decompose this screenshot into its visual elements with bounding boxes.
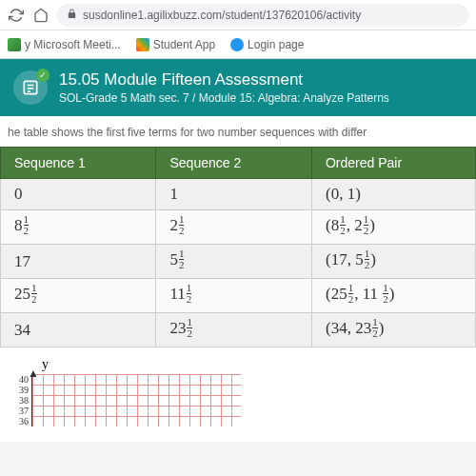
cell: (812, 212) — [311, 210, 475, 245]
bookmark-icon — [230, 38, 244, 51]
question-prompt: he table shows the first five terms for … — [0, 122, 476, 143]
header-text: 15.05 Module Fifteen Assessment SOL-Grad… — [59, 70, 389, 105]
cell: 2312 — [156, 313, 311, 347]
cell: (34, 2312) — [311, 313, 475, 347]
browser-toolbar: susdonline1.agilixbuzz.com/student/13762… — [0, 0, 476, 30]
table-header-row: Sequence 1 Sequence 2 Ordered Pair — [1, 148, 476, 179]
cell: 1 — [156, 179, 311, 210]
bookmark-icon — [8, 38, 21, 51]
bookmark-meeting[interactable]: y Microsoft Meeti... — [8, 38, 121, 51]
col-header-pair: Ordered Pair — [311, 148, 475, 179]
table-row: 34 2312 (34, 2312) — [1, 313, 476, 347]
y-axis-label: y — [42, 357, 457, 372]
cell: (2512, 11 12) — [311, 279, 475, 313]
cell: (0, 1) — [311, 179, 475, 210]
graph: 40 39 38 37 36 ▲ — [19, 374, 457, 426]
table-row: 812 212 (812, 212) — [1, 210, 476, 245]
bookmark-login[interactable]: Login page — [230, 38, 304, 51]
tick-label: 36 — [19, 416, 29, 426]
cell: 512 — [156, 245, 311, 279]
bookmark-icon — [136, 38, 149, 51]
bookmark-student-app[interactable]: Student App — [136, 38, 215, 51]
cell: (17, 512) — [311, 245, 475, 279]
arrow-up-icon: ▲ — [28, 367, 39, 380]
page-title: 15.05 Module Fifteen Assessment — [59, 70, 389, 89]
content-area: he table shows the first five terms for … — [0, 116, 476, 442]
bookmark-label: Login page — [248, 38, 304, 51]
cell: 1112 — [156, 279, 311, 313]
bookmark-label: Student App — [153, 38, 215, 51]
home-icon[interactable] — [32, 7, 50, 24]
check-badge-icon: ✓ — [36, 69, 50, 82]
assessment-header: ✓ 15.05 Module Fifteen Assessment SOL-Gr… — [0, 59, 476, 116]
cell: 34 — [1, 313, 156, 347]
cell: 0 — [1, 179, 156, 210]
cell: 17 — [1, 245, 156, 279]
tick-label: 37 — [19, 406, 29, 416]
col-header-seq2: Sequence 2 — [156, 148, 311, 179]
col-header-seq1: Sequence 1 — [1, 148, 156, 179]
y-axis-ticks: 40 39 38 37 36 — [19, 374, 31, 426]
breadcrumb: SOL-Grade 5 Math sec. 7 / Module 15: Alg… — [59, 91, 389, 105]
tick-label: 38 — [19, 395, 29, 406]
reload-icon[interactable] — [8, 7, 25, 24]
sequence-table: Sequence 1 Sequence 2 Ordered Pair 0 1 (… — [0, 147, 476, 347]
graph-area: y 40 39 38 37 36 ▲ — [0, 347, 476, 436]
lock-icon — [67, 9, 77, 21]
tick-label: 39 — [19, 385, 29, 395]
bookmarks-bar: y Microsoft Meeti... Student App Login p… — [0, 30, 476, 59]
url-bar[interactable]: susdonline1.agilixbuzz.com/student/13762… — [57, 4, 468, 27]
table-row: 17 512 (17, 512) — [1, 245, 476, 279]
bookmark-label: y Microsoft Meeti... — [25, 38, 121, 51]
table-row: 2512 1112 (2512, 11 12) — [1, 279, 476, 313]
cell: 812 — [1, 210, 156, 245]
table-row: 0 1 (0, 1) — [1, 179, 476, 210]
url-text: susdonline1.agilixbuzz.com/student/13762… — [83, 9, 361, 22]
cell: 2512 — [1, 279, 156, 313]
graph-grid: ▲ — [31, 374, 241, 426]
assessment-icon: ✓ — [13, 70, 48, 105]
cell: 212 — [156, 210, 311, 245]
